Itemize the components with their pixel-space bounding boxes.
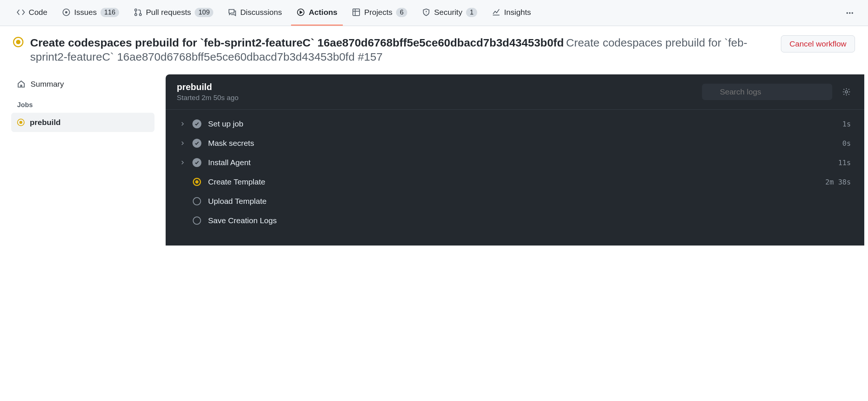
jobs-sidebar: Summary Jobs prebuild (4, 74, 154, 246)
step-name: Upload Template (208, 197, 844, 206)
status-running-icon (13, 37, 23, 47)
step-name: Create Template (208, 177, 818, 186)
home-icon (17, 80, 25, 88)
svg-point-2 (135, 9, 137, 11)
tab-security[interactable]: Security 1 (417, 0, 483, 26)
step-row[interactable]: Set up job1s (177, 114, 853, 134)
tab-issues[interactable]: Issues 116 (57, 0, 125, 26)
workflow-title: Create codespaces prebuild for `feb-spri… (30, 36, 564, 49)
project-icon (352, 8, 360, 16)
step-row: Create Template2m 38s (177, 172, 853, 192)
tab-projects-label: Projects (364, 8, 392, 17)
check-circle-icon (192, 158, 201, 167)
svg-point-9 (852, 12, 853, 13)
play-circle-icon (297, 8, 305, 16)
tab-pulls-label: Pull requests (146, 8, 191, 17)
git-pr-icon (134, 8, 142, 16)
tab-projects[interactable]: Projects 6 (347, 0, 413, 26)
status-running-icon (17, 119, 25, 126)
svg-point-3 (135, 13, 137, 16)
tab-code-label: Code (29, 8, 47, 17)
cancel-workflow-button[interactable]: Cancel workflow (781, 35, 855, 52)
sidebar-job-prebuild[interactable]: prebuild (11, 113, 154, 132)
pulls-count: 109 (195, 8, 213, 17)
log-panel: prebuild Started 2m 50s ago Set up job1s… (166, 74, 864, 246)
status-pending-icon (192, 197, 201, 206)
repo-tabnav: Code Issues 116 Pull requests 109 Discus… (0, 0, 868, 26)
code-icon (17, 8, 25, 16)
tab-issues-label: Issues (74, 8, 97, 17)
step-duration: 11s (838, 158, 851, 167)
status-pending-icon (192, 216, 201, 225)
discussion-icon (228, 8, 236, 16)
svg-point-7 (846, 12, 848, 13)
tab-pull-requests[interactable]: Pull requests 109 (128, 0, 219, 26)
tab-actions[interactable]: Actions (291, 0, 343, 26)
sidebar-summary[interactable]: Summary (11, 74, 154, 94)
status-running-icon (192, 177, 201, 186)
tab-insights-label: Insights (504, 8, 531, 17)
chevron-right-icon (179, 160, 186, 165)
projects-count: 6 (396, 8, 407, 17)
step-name: Set up job (208, 119, 836, 128)
step-name: Install Agent (208, 158, 832, 167)
graph-icon (492, 8, 500, 16)
tab-security-label: Security (434, 8, 462, 17)
tab-insights[interactable]: Insights (486, 0, 536, 26)
job-title: prebuild (177, 82, 695, 92)
sidebar-summary-label: Summary (31, 80, 64, 89)
step-row: Save Creation Logs (177, 211, 853, 230)
svg-point-11 (845, 90, 848, 93)
tab-actions-label: Actions (309, 8, 337, 17)
sidebar-job-label: prebuild (30, 118, 61, 127)
chevron-right-icon (179, 121, 186, 126)
step-row: Upload Template (177, 192, 853, 211)
issue-icon (62, 8, 70, 16)
tab-code[interactable]: Code (11, 0, 53, 26)
security-count: 1 (466, 8, 477, 17)
svg-rect-6 (353, 9, 360, 16)
check-circle-icon (192, 119, 201, 128)
job-started-time: Started 2m 50s ago (177, 94, 695, 102)
step-row[interactable]: Install Agent11s (177, 153, 853, 172)
step-row[interactable]: Mask secrets0s (177, 134, 853, 153)
svg-point-1 (66, 12, 67, 13)
shield-icon (422, 8, 430, 16)
tab-discussions[interactable]: Discussions (223, 0, 287, 26)
svg-point-4 (139, 13, 141, 16)
step-duration: 1s (842, 120, 851, 128)
svg-point-8 (849, 12, 851, 13)
workflow-header: Create codespaces prebuild for `feb-spri… (0, 26, 868, 74)
issues-count: 116 (100, 8, 119, 17)
step-duration: 2m 38s (825, 178, 851, 186)
chevron-right-icon (179, 141, 186, 146)
tab-discussions-label: Discussions (240, 8, 282, 17)
log-settings-button[interactable] (840, 85, 853, 99)
step-name: Save Creation Logs (208, 216, 844, 225)
step-name: Mask secrets (208, 139, 836, 148)
check-circle-icon (192, 139, 201, 148)
step-duration: 0s (842, 139, 851, 147)
more-menu[interactable] (843, 6, 857, 20)
jobs-heading: Jobs (11, 94, 154, 113)
search-logs-input[interactable] (702, 84, 832, 100)
